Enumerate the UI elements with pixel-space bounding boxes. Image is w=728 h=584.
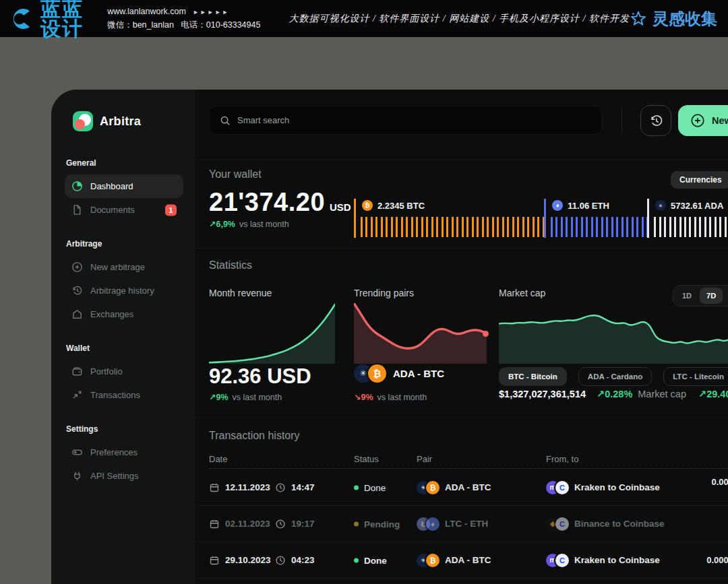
wallet-title: Your wallet: [209, 168, 262, 181]
pair-icons: [417, 481, 439, 494]
banner-collect-link[interactable]: 灵感收集: [630, 8, 717, 30]
pair-icons: [417, 554, 439, 567]
btc-coin-icon: [426, 481, 439, 494]
banner-url[interactable]: www.lanlanwork.com: [107, 7, 186, 16]
plus-circle-icon: [690, 113, 705, 128]
site-banner: 蓝蓝设计 www.lanlanwork.com►►►►► 微信：ben_lanl…: [0, 0, 728, 37]
sidebar-item-label: Transactions: [90, 390, 140, 400]
month-revenue-change: ↗9% vs last month: [209, 392, 282, 402]
volume-change: ↗29.40%: [698, 389, 728, 399]
sidebar-item-new-arbitrage[interactable]: New arbitrage: [65, 255, 183, 279]
lanlan-logo: 蓝蓝设计: [9, 0, 92, 39]
new-arbitrage-button[interactable]: New a: [678, 105, 728, 136]
sidebar-item-exchanges[interactable]: Exchanges: [65, 302, 183, 326]
tx-amount-line1: 0.002: [711, 477, 728, 487]
sidebar-item-api-settings[interactable]: API Settings: [65, 464, 183, 488]
sidebar-item-label: Dashboard: [90, 181, 133, 191]
banner-url-arrows: ►►►►►: [193, 9, 230, 15]
balance-value: 21'374.20: [209, 188, 325, 216]
market-cap-value: $1,327,027,361,514: [499, 389, 586, 399]
search-icon: [220, 115, 231, 126]
sidebar-item-label: New arbitrage: [90, 262, 145, 272]
sidebar-item-label: API Settings: [90, 471, 139, 481]
table-row[interactable]: 12.11.2023 14:47 Done ADA - BTC Kraken t…: [195, 469, 728, 506]
chart-end-dot: [483, 331, 489, 337]
app-brand: Arbitra: [73, 111, 183, 131]
statistics-title: Statistics: [209, 259, 252, 271]
clock-icon: [275, 519, 286, 529]
btc-bars: [361, 217, 544, 237]
market-cap-label: Market cap: [499, 288, 545, 298]
lanlan-logo-text: 蓝蓝设计: [40, 0, 92, 39]
sidebar-item-label: Preferences: [90, 447, 138, 457]
search-input[interactable]: [237, 115, 591, 125]
banner-contact: www.lanlanwork.com►►►►► 微信：ben_lanlan 电话…: [107, 5, 260, 32]
tx-time: 14:47: [291, 482, 315, 492]
clock-icon: [275, 482, 286, 493]
sidebar-item-transactions[interactable]: Transactions: [65, 383, 183, 407]
ada-coin-icon: [655, 200, 666, 211]
btc-coin-icon: [368, 364, 386, 383]
tx-status: Done: [364, 482, 386, 492]
sidebar-item-arbitrage-history[interactable]: Arbitrage history: [65, 279, 183, 302]
exchange-icons: [546, 517, 569, 531]
plus-circle-icon: [71, 261, 83, 273]
trending-pair-icons: [354, 364, 386, 383]
transfer-arrows-icon: [71, 389, 83, 401]
section-divider: [195, 418, 728, 418]
wallet-balance: 21'374.20USD: [209, 188, 351, 217]
exchange-icons: [546, 481, 569, 494]
table-row[interactable]: 02.11.2023 19:17 Pending LTC - ETH Binan…: [195, 506, 728, 542]
trending-pairs-change-suffix: vs last month: [377, 393, 427, 402]
range-tab-1d[interactable]: 1D: [675, 288, 698, 304]
status-dot: [354, 521, 359, 526]
coinbase-icon: [555, 517, 569, 531]
ada-bars: [654, 217, 728, 237]
banner-services: 大数据可视化设计 / 软件界面设计 / 网站建设 / 手机及小程序设计 / 软件…: [289, 13, 630, 25]
tx-pair: ADA - BTC: [445, 482, 491, 492]
sidebar-item-dashboard[interactable]: Dashboard: [65, 174, 183, 198]
sidebar-section-arbitrage: Arbitrage New arbitrage Arbitrage histor…: [65, 239, 183, 326]
sidebar-item-portfolio[interactable]: Portfolio: [65, 360, 183, 383]
pill-ada-cardano[interactable]: ADA - Cardano: [578, 367, 652, 386]
pill-ltc-litecoin[interactable]: LTC - Litecoin: [663, 367, 728, 386]
trending-pairs-change: ↘9% vs last month: [354, 392, 427, 402]
new-arbitrage-label: New a: [712, 115, 728, 126]
market-cap-change-label: Market cap: [638, 389, 686, 399]
tab-currencies[interactable]: Currencies: [671, 171, 728, 189]
section-divider: [195, 160, 728, 160]
trending-pair-label: ADA - BTC: [393, 368, 444, 379]
balance-currency: USD: [330, 201, 351, 213]
table-header-divider: [209, 468, 728, 469]
col-status: Status: [354, 454, 379, 464]
history-button[interactable]: [640, 105, 671, 136]
main-content: New a Your wallet Currencies E 21'374.20…: [195, 90, 728, 584]
arbitra-logo-icon: [73, 111, 93, 131]
exchange-icons: [546, 554, 569, 567]
clock-icon: [275, 555, 286, 566]
history-icon: [649, 114, 663, 128]
month-revenue-value: 92.36 USD: [209, 364, 311, 389]
range-tab-1m[interactable]: 1M: [724, 288, 728, 304]
trending-pair: ADA - BTC: [354, 364, 444, 383]
tx-pair: ADA - BTC: [445, 555, 491, 565]
col-date: Date: [209, 454, 227, 464]
sidebar-item-preferences[interactable]: Preferences: [65, 441, 183, 464]
month-revenue-label: Month revenue: [209, 288, 272, 298]
tx-date: 02.11.2023: [225, 519, 270, 529]
tx-amount: 0.0021: [711, 477, 728, 498]
star-icon: [630, 10, 647, 28]
range-tab-7d[interactable]: 7D: [700, 288, 723, 304]
segment-label: 2.2345 BTC: [377, 201, 425, 211]
sidebar-item-documents[interactable]: Documents 1: [65, 198, 183, 222]
coinbase-icon: [555, 481, 569, 494]
tx-route: Kraken to Coinbase: [574, 482, 660, 492]
pill-btc-bitcoin[interactable]: BTC - Bitcoin: [499, 367, 567, 386]
wallet-segment-btc: 2.2345 BTC: [354, 199, 544, 238]
sidebar-section-label: General: [66, 158, 183, 168]
market-cap-chart: [499, 303, 728, 364]
wallet-segment-ada: 5732.61 ADA: [647, 199, 728, 238]
eth-coin-icon: [552, 200, 563, 211]
table-row[interactable]: 29.10.2023 04:23 Done ADA - BTC Kraken t…: [195, 542, 728, 579]
search-bar[interactable]: [209, 106, 602, 135]
